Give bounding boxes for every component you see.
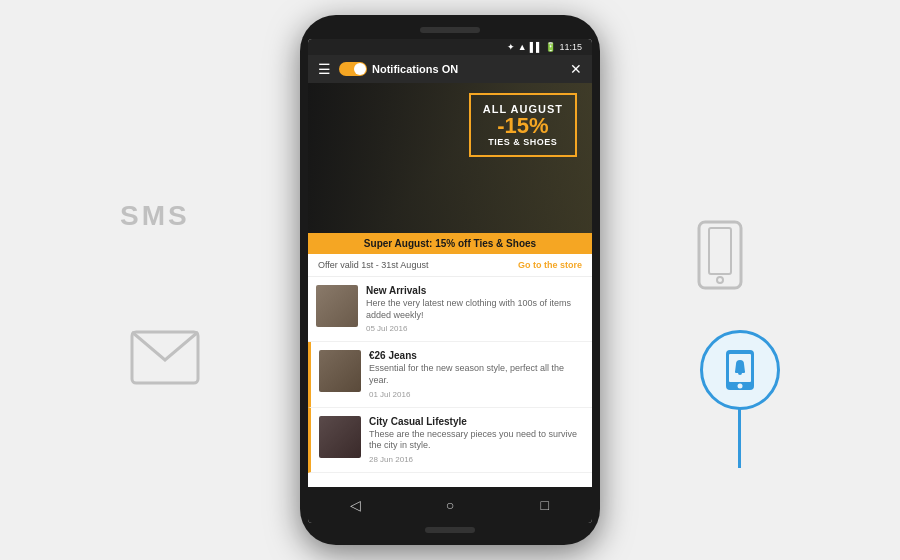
phone-screen: ✦ ▲ ▌▌ 🔋 11:15 ☰ Notifications ON ✕ ALL … bbox=[308, 39, 592, 523]
notification-item-2[interactable]: €26 Jeans Essential for the new season s… bbox=[308, 342, 592, 407]
battery-icon: 🔋 bbox=[545, 42, 556, 52]
notification-thumbnail-2 bbox=[319, 350, 361, 392]
notification-content-1: New Arrivals Here the very latest new cl… bbox=[366, 285, 584, 333]
notification-desc-3: These are the necessary pieces you need … bbox=[369, 429, 584, 452]
toggle-switch[interactable] bbox=[339, 62, 367, 76]
background-sms-label: SMS bbox=[120, 200, 190, 232]
banner-content: ALL AUGUST -15% TIES & SHOES bbox=[469, 93, 577, 157]
bluetooth-icon: ✦ bbox=[507, 42, 515, 52]
background-phone-icon bbox=[695, 220, 745, 290]
notification-thumbnail-3 bbox=[319, 416, 361, 458]
promo-bar: Super August: 15% off Ties & Shoes bbox=[308, 233, 592, 254]
notification-content-2: €26 Jeans Essential for the new season s… bbox=[369, 350, 584, 398]
wifi-icon: ▲ bbox=[518, 42, 527, 52]
phone-frame: ✦ ▲ ▌▌ 🔋 11:15 ☰ Notifications ON ✕ ALL … bbox=[300, 15, 600, 545]
app-header: ☰ Notifications ON ✕ bbox=[308, 55, 592, 83]
banner-line3: TIES & SHOES bbox=[483, 137, 563, 147]
status-icons: ✦ ▲ ▌▌ 🔋 11:15 bbox=[507, 42, 582, 52]
go-to-store-link[interactable]: Go to the store bbox=[518, 260, 582, 270]
phone-speaker bbox=[420, 27, 480, 33]
notification-toggle[interactable]: Notifications ON bbox=[339, 62, 562, 76]
svg-point-6 bbox=[738, 384, 743, 389]
notification-content-3: City Casual Lifestyle These are the nece… bbox=[369, 416, 584, 464]
close-icon[interactable]: ✕ bbox=[570, 61, 582, 77]
svg-rect-1 bbox=[699, 222, 741, 288]
home-button[interactable]: ○ bbox=[438, 493, 462, 517]
toggle-knob bbox=[354, 63, 366, 75]
background-email-icon bbox=[130, 330, 200, 385]
notification-title-1: New Arrivals bbox=[366, 285, 584, 296]
notification-date-1: 05 Jul 2016 bbox=[366, 324, 584, 333]
notification-thumbnail-1 bbox=[316, 285, 358, 327]
status-bar: ✦ ▲ ▌▌ 🔋 11:15 bbox=[308, 39, 592, 55]
svg-rect-2 bbox=[709, 228, 731, 274]
time-display: 11:15 bbox=[559, 42, 582, 52]
notification-title-3: City Casual Lifestyle bbox=[369, 416, 584, 427]
bottom-navigation: ◁ ○ □ bbox=[308, 487, 592, 523]
offer-validity: Offer valid 1st - 31st August bbox=[318, 260, 428, 270]
phone-home-button bbox=[425, 527, 475, 533]
notification-item-3[interactable]: City Casual Lifestyle These are the nece… bbox=[308, 408, 592, 473]
hamburger-icon[interactable]: ☰ bbox=[318, 61, 331, 77]
notification-item-1[interactable]: New Arrivals Here the very latest new cl… bbox=[308, 277, 592, 342]
notification-date-3: 28 Jun 2016 bbox=[369, 455, 584, 464]
background-bell-circle bbox=[700, 330, 780, 410]
svg-rect-7 bbox=[735, 371, 745, 373]
notification-date-2: 01 Jul 2016 bbox=[369, 390, 584, 399]
notification-list: New Arrivals Here the very latest new cl… bbox=[308, 277, 592, 487]
svg-point-3 bbox=[717, 277, 723, 283]
banner-area: ALL AUGUST -15% TIES & SHOES bbox=[308, 83, 592, 233]
back-button[interactable]: ◁ bbox=[343, 493, 367, 517]
notification-title-2: €26 Jeans bbox=[369, 350, 584, 361]
banner-discount: -15% bbox=[483, 115, 563, 137]
background-bell-line bbox=[738, 408, 741, 468]
signal-icon: ▌▌ bbox=[530, 42, 543, 52]
notification-desc-1: Here the very latest new clothing with 1… bbox=[366, 298, 584, 321]
notification-desc-2: Essential for the new season style, perf… bbox=[369, 363, 584, 386]
notification-label: Notifications ON bbox=[372, 63, 458, 75]
recent-button[interactable]: □ bbox=[533, 493, 557, 517]
offer-section: Offer valid 1st - 31st August Go to the … bbox=[308, 254, 592, 277]
